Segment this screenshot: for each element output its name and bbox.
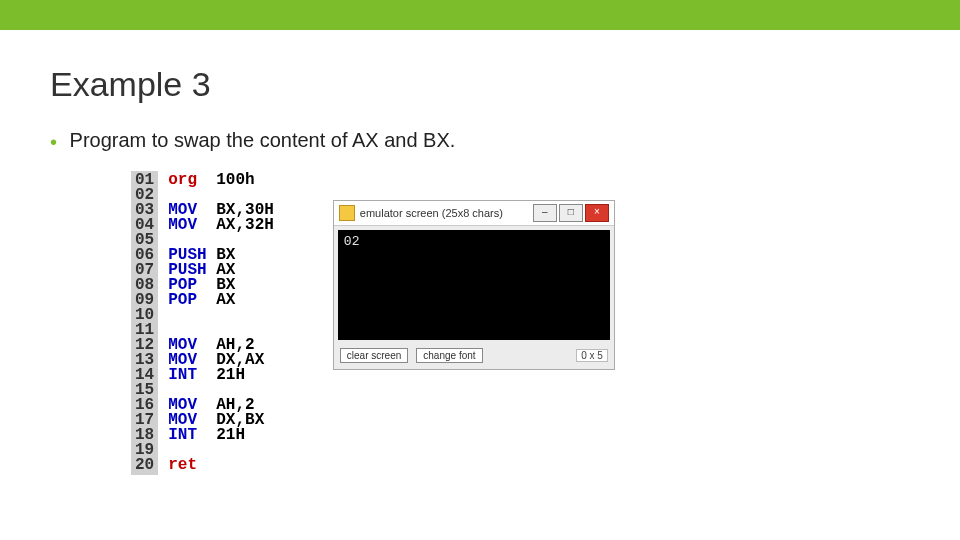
code-line: POP AX — [168, 293, 274, 308]
operands: AX,32H — [216, 216, 274, 234]
emulator-titlebar: emulator screen (25x8 chars) – □ × — [334, 201, 614, 226]
emulator-footer: clear screen change font 0 x 5 — [334, 344, 614, 369]
operands: AX — [216, 291, 235, 309]
line-number-gutter: 0102030405060708091011121314151617181920 — [131, 171, 158, 475]
emulator-output: 02 — [344, 234, 360, 249]
code-line: org 100h — [168, 173, 274, 188]
slide-title: Example 3 — [50, 65, 910, 104]
code-line: ret — [168, 458, 274, 473]
code-line: MOV AX,32H — [168, 218, 274, 233]
operands: 21H — [216, 426, 245, 444]
clear-screen-button[interactable]: clear screen — [340, 348, 408, 363]
bullet-icon: • — [50, 132, 64, 152]
accent-bar — [0, 0, 960, 30]
emulator-title: emulator screen (25x8 chars) — [360, 207, 503, 219]
keyword: ret — [168, 456, 216, 474]
close-button[interactable]: × — [585, 204, 609, 222]
operands: 100h — [216, 171, 254, 189]
minimize-button[interactable]: – — [533, 204, 557, 222]
bullet-line: • Program to swap the content of AX and … — [50, 129, 910, 152]
emulator-screen: 02 — [338, 230, 610, 340]
maximize-button[interactable]: □ — [559, 204, 583, 222]
code-line: INT 21H — [168, 428, 274, 443]
emulator-window: emulator screen (25x8 chars) – □ × 02 cl… — [333, 200, 615, 370]
operands: 21H — [216, 366, 245, 384]
code-editor: 0102030405060708091011121314151617181920… — [130, 170, 283, 476]
code-body: org 100h MOV BX,30HMOV AX,32H PUSH BXPUS… — [158, 171, 282, 475]
emulator-app-icon — [339, 205, 355, 221]
cursor-coords: 0 x 5 — [576, 349, 608, 362]
change-font-button[interactable]: change font — [416, 348, 482, 363]
line-number: 20 — [135, 458, 154, 473]
bullet-text: Program to swap the content of AX and BX… — [70, 129, 456, 151]
code-line — [168, 308, 274, 323]
code-line: INT 21H — [168, 368, 274, 383]
